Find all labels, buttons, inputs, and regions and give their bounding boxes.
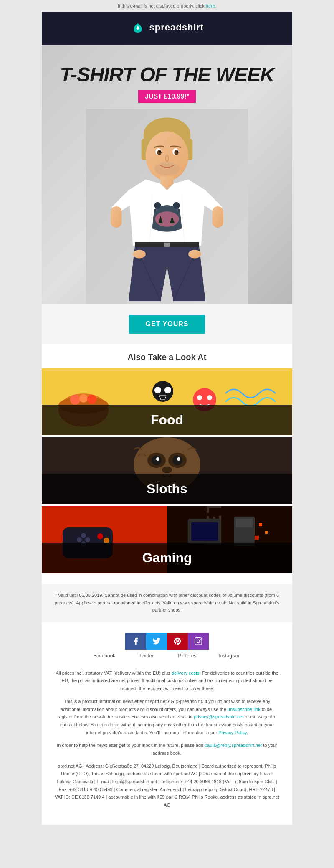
svg-point-8 — [157, 150, 162, 155]
footer-para1: All prices incl. statutory VAT (delivery… — [54, 669, 280, 693]
cta-section: Get Yours — [42, 304, 292, 344]
svg-point-52 — [97, 533, 103, 539]
person-illustration — [42, 109, 292, 304]
twitter-button[interactable] — [146, 633, 167, 650]
social-icons-row — [50, 633, 284, 650]
food-label: Food — [42, 405, 292, 435]
svg-point-15 — [154, 202, 161, 209]
svg-rect-55 — [191, 522, 218, 541]
spreadshirt-logo-icon — [130, 20, 145, 35]
svg-point-14 — [155, 211, 179, 227]
social-labels: Facebook Twitter Pinterest Instagram — [50, 653, 284, 659]
svg-point-63 — [200, 639, 201, 640]
footer-para3: In order to help the newsletter get to y… — [54, 741, 280, 757]
logo-text: spreadshirt — [149, 22, 204, 33]
instagram-label: Instagram — [215, 653, 244, 659]
svg-rect-59 — [265, 531, 268, 534]
get-yours-button[interactable]: Get Yours — [129, 315, 205, 334]
svg-point-33 — [197, 395, 202, 400]
svg-point-11 — [176, 151, 178, 152]
delivery-costs-link[interactable]: delivery costs — [172, 670, 200, 675]
hero-section: T-SHIRT OF THE WEEK JUST £10.99!* — [42, 45, 292, 304]
email-wrapper: If this e-mail is not displayed properly… — [0, 0, 334, 825]
disclaimer-text: * Valid until 06.05.2019. Cannot be used… — [54, 592, 280, 614]
svg-point-39 — [152, 455, 162, 465]
svg-rect-58 — [259, 523, 262, 526]
disclaimer-section: * Valid until 06.05.2019. Cannot be used… — [42, 584, 292, 622]
svg-point-10 — [159, 151, 161, 152]
topbar-message: If this e-mail is not displayed properly… — [118, 3, 205, 8]
svg-point-42 — [177, 457, 180, 461]
twitter-icon — [152, 637, 161, 645]
svg-point-9 — [174, 150, 178, 155]
category-banner-sloths[interactable]: Sloths — [42, 437, 292, 504]
email-container: spreadshirt T-SHIRT OF THE WEEK JUST £10… — [42, 12, 292, 825]
price-badge: JUST £10.99!* — [138, 90, 196, 103]
facebook-button[interactable] — [125, 633, 146, 650]
pinterest-label: Pinterest — [173, 653, 202, 659]
svg-point-34 — [207, 395, 212, 400]
footer-para4: sprd.net AG | Address: Gießerstraße 27, … — [54, 762, 280, 809]
hero-person-image — [42, 109, 292, 304]
footer-para2: This is a product information newsletter… — [54, 698, 280, 736]
svg-rect-17 — [111, 206, 122, 228]
also-section: Also Take a Look At — [42, 344, 292, 579]
instagram-icon — [194, 637, 202, 645]
hero-background: T-SHIRT OF THE WEEK JUST £10.99!* — [42, 45, 292, 304]
privacy-email-link[interactable]: privacy@spreadshirt.net — [194, 714, 243, 719]
category-banner-food[interactable]: Food — [42, 368, 292, 435]
svg-point-43 — [162, 467, 172, 473]
svg-point-22 — [188, 250, 201, 258]
sloths-label: Sloths — [42, 474, 292, 504]
facebook-label: Facebook — [90, 653, 119, 659]
svg-point-21 — [133, 250, 146, 258]
svg-point-48 — [77, 537, 82, 542]
email-header: spreadshirt — [42, 12, 292, 45]
gaming-label: Gaming — [42, 543, 292, 573]
social-section: Facebook Twitter Pinterest Instagram — [42, 622, 292, 663]
svg-rect-20 — [164, 243, 170, 247]
category-banner-gaming[interactable]: RETRO — [42, 506, 292, 573]
svg-point-41 — [156, 457, 159, 461]
svg-rect-61 — [195, 637, 202, 645]
svg-point-27 — [79, 394, 88, 403]
svg-point-50 — [81, 533, 86, 538]
logo-container: spreadshirt — [130, 20, 204, 35]
also-title: Also Take a Look At — [42, 353, 292, 362]
pinterest-icon — [173, 637, 182, 645]
svg-rect-57 — [236, 519, 253, 527]
instagram-button[interactable] — [188, 633, 209, 650]
footer-section: All prices incl. statutory VAT (delivery… — [42, 663, 292, 825]
svg-point-26 — [70, 395, 80, 405]
svg-point-12 — [154, 162, 180, 175]
hero-title: T-SHIRT OF THE WEEK — [51, 53, 282, 90]
address-book-email-link[interactable]: paula@reply.spreadshirt.net — [205, 743, 262, 748]
twitter-label: Twitter — [132, 653, 161, 659]
svg-point-16 — [173, 202, 180, 209]
top-bar: If this e-mail is not displayed properly… — [0, 0, 334, 12]
svg-point-28 — [87, 395, 96, 404]
svg-point-31 — [164, 387, 171, 393]
topbar-link[interactable]: here. — [206, 3, 216, 8]
svg-point-49 — [85, 537, 90, 542]
unsubscribe-link[interactable]: unsubscribe link — [228, 707, 261, 712]
facebook-icon — [132, 637, 140, 645]
svg-rect-60 — [255, 536, 259, 540]
svg-point-40 — [172, 455, 182, 465]
privacy-policy-link[interactable]: Privacy Policy — [218, 730, 247, 735]
pinterest-button[interactable] — [167, 633, 188, 650]
svg-point-62 — [197, 640, 200, 642]
svg-point-30 — [154, 387, 161, 393]
svg-rect-18 — [212, 206, 223, 228]
